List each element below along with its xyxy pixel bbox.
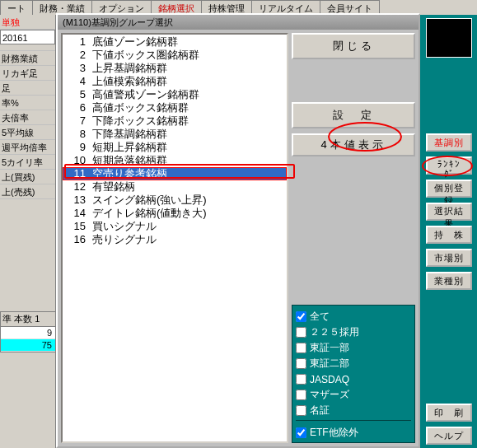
table-row: 9 — [1, 327, 55, 339]
list-item[interactable]: 14デイトレ銘柄(値動き大) — [63, 207, 287, 220]
left-label[interactable]: 5カイリ率 — [0, 155, 55, 170]
help-button[interactable]: ヘルプ — [426, 427, 472, 445]
kicho-button[interactable]: 基調別 — [426, 133, 472, 152]
list-item-selected[interactable]: 11空売り参考銘柄 — [63, 167, 287, 180]
dialog-right-column: 閉じる 設 定 4本値表示 全て ２２５採用 東証一部 東証二部 JASDAQ … — [292, 33, 415, 443]
chk-all[interactable]: 全て — [296, 309, 411, 324]
group-select-dialog: (M110)基調別グループ選択 1底値ゾーン銘柄群 2下値ボックス圏銘柄群 3上… — [56, 13, 420, 448]
group-listbox[interactable]: 1底値ゾーン銘柄群 2下値ボックス圏銘柄群 3上昇基調銘柄群 4上値模索銘柄群 … — [61, 33, 288, 443]
date-field[interactable]: 20161 — [0, 30, 55, 44]
list-item[interactable]: 7下降ボックス銘柄群 — [63, 114, 287, 128]
left-table: 準 本数 1 9 75 — [0, 311, 56, 352]
chk-tse1[interactable]: 東証一部 — [296, 340, 411, 356]
market-filter-group: 全て ２２５採用 東証一部 東証二部 JASDAQ マザーズ 名証 ETF他除外 — [292, 305, 415, 443]
result-button[interactable]: 選択結果 — [426, 203, 472, 221]
list-item[interactable]: 13スイング銘柄(強い上昇) — [63, 194, 287, 207]
list-item[interactable]: 10短期急落銘柄群 — [63, 154, 287, 167]
table-row: 75 — [1, 339, 55, 352]
lone-tab[interactable]: 単独 — [0, 15, 55, 30]
market-button[interactable]: 市場別 — [426, 249, 472, 267]
left-panel: 単独 20161 財務業績 リカギ足 足 率% 夫倍率 5平均線 週平均倍率 5… — [0, 15, 56, 448]
left-label[interactable]: 夫倍率 — [0, 110, 55, 125]
chk-mothers[interactable]: マザーズ — [296, 387, 411, 403]
chk-jasdaq[interactable]: JASDAQ — [296, 371, 411, 387]
list-item[interactable]: 5高値警戒ゾーン銘柄群 — [63, 88, 287, 101]
list-item[interactable]: 8下降基調銘柄群 — [63, 128, 287, 141]
right-button-column: 基調別 ﾗﾝｷﾝｸﾞ 個別登録 選択結果 持 株 市場別 業種別 印 刷 ヘルプ — [421, 15, 477, 448]
list-item[interactable]: 16売りシグナル — [63, 233, 287, 246]
hold-button[interactable]: 持 株 — [426, 226, 472, 244]
chk-meisho[interactable]: 名証 — [296, 403, 411, 418]
set-button[interactable]: 設 定 — [292, 102, 415, 128]
left-label[interactable]: 週平均倍率 — [0, 140, 55, 155]
left-label[interactable]: リカギ足 — [0, 66, 55, 81]
left-label[interactable]: 上(売残) — [0, 184, 55, 199]
dialog-title: (M110)基調別グループ選択 — [63, 16, 173, 29]
tab-report[interactable]: ート — [0, 0, 33, 15]
list-item[interactable]: 15買いシグナル — [63, 220, 287, 233]
ranking-button[interactable]: ﾗﾝｷﾝｸﾞ — [426, 156, 472, 175]
th: 準 — [2, 314, 12, 324]
th: 1 — [35, 314, 40, 324]
list-item[interactable]: 9短期上昇銘柄群 — [63, 141, 287, 154]
list-item[interactable]: 3上昇基調銘柄群 — [63, 62, 287, 75]
list-item[interactable]: 4上値模索銘柄群 — [63, 75, 287, 88]
chk-225[interactable]: ２２５採用 — [296, 324, 411, 340]
preview-box — [426, 18, 472, 58]
print-button[interactable]: 印 刷 — [426, 404, 472, 422]
list-item[interactable]: 1底値ゾーン銘柄群 — [63, 35, 287, 49]
list-item[interactable]: 2下値ボックス圏銘柄群 — [63, 49, 287, 62]
left-label[interactable]: 財務業績 — [0, 51, 55, 66]
left-label[interactable]: 5平均線 — [0, 125, 55, 140]
th: 本数 — [14, 314, 32, 324]
list-item[interactable]: 6高値ボックス銘柄群 — [63, 101, 287, 114]
chk-etf-exclude[interactable]: ETF他除外 — [296, 425, 411, 441]
left-label[interactable]: 上(買残) — [0, 170, 55, 184]
individual-button[interactable]: 個別登録 — [426, 180, 472, 198]
left-label[interactable]: 率% — [0, 96, 55, 110]
chk-tse2[interactable]: 東証二部 — [296, 356, 411, 371]
close-button[interactable]: 閉じる — [292, 33, 415, 59]
left-label[interactable]: 足 — [0, 81, 55, 96]
dialog-titlebar[interactable]: (M110)基調別グループ選択 — [58, 15, 419, 30]
list-item[interactable]: 12有望銘柄 — [63, 180, 287, 194]
table-header: 準 本数 1 — [1, 312, 55, 327]
ohlc-button[interactable]: 4本値表示 — [292, 133, 415, 156]
sector-button[interactable]: 業種別 — [426, 272, 472, 290]
